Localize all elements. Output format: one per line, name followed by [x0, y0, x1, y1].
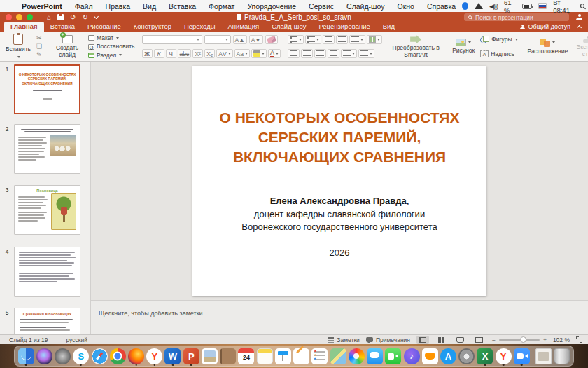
superscript-button[interactable]: X² — [192, 49, 203, 58]
align-right-button[interactable] — [314, 49, 326, 58]
new-slide-button[interactable]: Создать слайд — [49, 34, 85, 60]
columns-button[interactable] — [367, 35, 382, 44]
paste-button[interactable]: Вставить — [3, 34, 34, 60]
increase-font-button[interactable]: A▲ — [233, 35, 247, 44]
ribbon-tab-5[interactable]: Переходы — [178, 21, 222, 32]
align-text-button[interactable] — [358, 49, 374, 58]
share-button[interactable]: Общий доступ — [519, 23, 570, 30]
underline-button[interactable]: Ч — [166, 49, 176, 58]
ribbon-tab-7[interactable]: Слайд-шоу — [265, 21, 312, 32]
ribbon-tab-8[interactable]: Рецензирование — [312, 21, 376, 32]
decrease-indent-button[interactable] — [323, 35, 335, 44]
dock-facetime-icon[interactable] — [384, 346, 402, 366]
ribbon-tab-1[interactable]: Главная — [4, 21, 44, 32]
arrange-button[interactable]: Расположение — [525, 34, 571, 60]
menu-item-5[interactable]: Вставка — [162, 2, 202, 11]
dock-preview-icon[interactable] — [200, 346, 218, 366]
shapes-button[interactable]: Фигуры — [480, 36, 517, 43]
menu-bar-clock[interactable]: Вт 08:41 — [553, 0, 574, 14]
ribbon-tab-4[interactable]: Конструктор — [127, 21, 178, 32]
layout-button[interactable]: Макет — [88, 35, 134, 41]
dock-maps-icon[interactable] — [329, 346, 347, 366]
change-case-button[interactable]: Аа — [234, 49, 251, 58]
increase-indent-button[interactable] — [336, 35, 348, 44]
highlight-color-button[interactable] — [251, 49, 267, 58]
thumbnail-slide-2[interactable] — [14, 124, 80, 174]
decrease-font-button[interactable]: A▼ — [249, 35, 263, 44]
dock-books-icon[interactable] — [421, 346, 439, 366]
menu-item-3[interactable]: Правка — [99, 2, 136, 11]
zoom-level[interactable]: 102 % — [553, 336, 570, 343]
thumbnail-slide-4[interactable] — [14, 247, 80, 297]
quick-access-chevron-icon[interactable] — [94, 14, 99, 19]
dock-chrome-icon[interactable] — [108, 346, 127, 366]
reset-button[interactable]: ↺Восстановить — [88, 43, 134, 50]
dock-app-store-icon[interactable] — [439, 346, 457, 366]
subscript-button[interactable]: X₂ — [204, 49, 215, 58]
align-center-button[interactable] — [301, 49, 313, 58]
font-size-combo[interactable] — [204, 35, 231, 44]
line-spacing-button[interactable] — [349, 35, 365, 44]
dock-yandex-browser-icon[interactable] — [494, 346, 512, 366]
align-left-button[interactable] — [288, 49, 300, 58]
dock-calendar-icon[interactable]: 24 — [237, 346, 255, 366]
menu-item-9[interactable]: Слайд-шоу — [340, 2, 391, 11]
dock-music-icon[interactable] — [402, 346, 421, 366]
notes-pane[interactable]: Щелкните, чтобы добавить заметки — [91, 300, 588, 334]
justify-button[interactable] — [328, 49, 340, 58]
menu-item-8[interactable]: Сервис — [302, 2, 340, 11]
dock-messages-icon[interactable] — [365, 346, 384, 366]
dock-word-icon[interactable] — [164, 346, 182, 366]
dock-system-preferences-icon[interactable] — [458, 346, 476, 366]
zoom-in-button[interactable]: + — [543, 336, 547, 343]
menu-item-1[interactable]: PowerPoint — [15, 2, 69, 11]
font-name-combo[interactable] — [142, 35, 202, 44]
menu-item-10[interactable]: Окно — [391, 2, 421, 11]
menu-item-6[interactable]: Формат — [202, 2, 241, 11]
format-painter-button[interactable]: ✎ — [36, 52, 42, 58]
notes-toggle-button[interactable]: Заметки — [328, 336, 360, 343]
view-slide-sorter-button[interactable] — [435, 336, 448, 344]
copy-button[interactable]: ❏ — [36, 43, 42, 50]
dock-powerpoint-icon[interactable] — [182, 346, 200, 366]
close-window-button[interactable] — [6, 14, 12, 20]
dock-keynote-icon[interactable] — [274, 346, 292, 366]
account-icon[interactable] — [576, 14, 582, 20]
ribbon-tab-9[interactable]: Вид — [377, 21, 401, 32]
cut-button[interactable]: ✂ — [36, 35, 42, 41]
language-flag-icon[interactable] — [538, 3, 547, 9]
dock-launchpad-icon[interactable] — [53, 346, 71, 366]
fit-slide-button[interactable] — [576, 336, 582, 343]
dock-finder-icon[interactable] — [17, 346, 35, 366]
dock-excel-icon[interactable] — [476, 346, 494, 366]
dock-contacts-icon[interactable] — [219, 346, 237, 366]
presentation-search-box[interactable] — [464, 13, 569, 21]
ribbon-tab-6[interactable]: Анимация — [222, 21, 266, 32]
redo-icon[interactable]: ↻ — [82, 13, 88, 21]
section-button[interactable]: Раздел — [88, 53, 134, 59]
ribbon-tab-2[interactable]: Вставка — [44, 21, 81, 32]
minimize-window-button[interactable] — [16, 14, 22, 20]
dock-firefox-icon[interactable] — [127, 346, 145, 366]
bullets-button[interactable] — [288, 35, 304, 44]
dock-safari-icon[interactable] — [90, 346, 108, 366]
battery-icon[interactable] — [522, 4, 532, 9]
bold-button[interactable]: Ж — [142, 49, 153, 58]
slide-title[interactable]: О НЕКОТОРЫХ ОСОБЕННОСТЯХ СЕРБСКИХ ПАРЕМИ… — [192, 108, 486, 167]
slide-subtitle[interactable]: Елена Александровна Правда, доцент кафед… — [192, 195, 486, 235]
home-icon[interactable]: ⌂ — [47, 13, 51, 21]
zoom-slider-knob[interactable] — [520, 336, 526, 343]
spotlight-icon[interactable] — [580, 4, 584, 8]
cloud-status-icon[interactable] — [462, 2, 468, 10]
clear-formatting-button[interactable] — [265, 35, 278, 44]
zoom-out-button[interactable]: − — [492, 336, 496, 343]
dock-zoom-icon[interactable] — [512, 346, 531, 366]
dock-yandex-icon[interactable] — [146, 346, 164, 366]
view-slideshow-button[interactable] — [473, 336, 486, 344]
quick-styles-button[interactable]: Экспресс-стили — [573, 34, 588, 60]
dock-siri-icon[interactable] — [35, 346, 53, 366]
text-direction-button[interactable] — [341, 49, 357, 58]
menu-item-2[interactable]: Файл — [69, 2, 99, 11]
strikethrough-button[interactable]: abc — [178, 49, 192, 58]
menu-item-4[interactable]: Вид — [136, 2, 162, 11]
